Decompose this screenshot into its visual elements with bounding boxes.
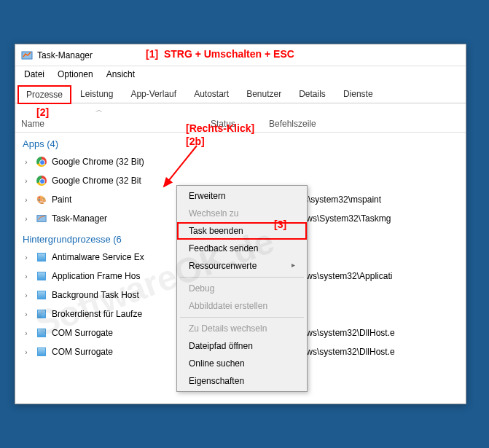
taskmanager-icon <box>36 213 47 224</box>
ctx-dateipfad[interactable]: Dateipfad öffnen <box>177 337 307 355</box>
separator <box>180 317 304 318</box>
tab-prozesse[interactable]: Prozesse <box>18 86 71 103</box>
column-befehlszeile[interactable]: Befehlszeile <box>269 119 460 129</box>
ctx-feedback-senden[interactable]: Feedback senden <box>177 240 307 257</box>
tab-autostart[interactable]: Autostart <box>186 85 237 103</box>
service-icon <box>36 251 47 263</box>
ctx-ressourcenwerte[interactable]: Ressourcenwerte▸ <box>177 257 307 275</box>
chevron-right-icon[interactable]: › <box>21 291 31 299</box>
ctx-online-suchen[interactable]: Online suchen <box>177 355 307 372</box>
chrome-icon <box>36 175 47 186</box>
chevron-right-icon[interactable]: › <box>21 158 31 166</box>
chevron-right-icon[interactable]: › <box>21 310 31 318</box>
ctx-debug: Debug <box>177 280 307 297</box>
ctx-erweitern[interactable]: Erweitern <box>177 187 307 205</box>
group-apps: Apps (4) <box>15 133 466 152</box>
menubar: Datei Optionen Ansicht <box>15 66 466 82</box>
sort-chevron-up-icon: ︿ <box>95 105 103 115</box>
context-menu: Erweitern Wechseln zu Task beenden Feedb… <box>176 185 308 392</box>
service-icon <box>36 270 47 282</box>
ctx-wechseln-zu: Wechseln zu <box>177 205 307 222</box>
process-name: Google Chrome (32 Bit <box>52 176 212 186</box>
chevron-right-icon[interactable]: › <box>21 329 31 337</box>
separator <box>180 277 304 278</box>
tab-dienste[interactable]: Dienste <box>335 85 381 103</box>
menu-datei[interactable]: Datei <box>18 68 50 81</box>
table-row[interactable]: › Google Chrome (32 Bit) <box>15 152 466 171</box>
chevron-right-icon[interactable]: › <box>21 196 31 204</box>
ctx-zu-details: Zu Details wechseln <box>177 320 307 337</box>
paint-icon: 🎨 <box>36 194 47 205</box>
process-name: Google Chrome (32 Bit) <box>52 157 212 167</box>
tabs: Prozesse Leistung App-Verlauf Autostart … <box>15 82 466 103</box>
column-status[interactable]: Status <box>211 119 269 129</box>
chevron-right-icon[interactable]: › <box>21 272 31 280</box>
column-name[interactable]: Name <box>21 119 211 129</box>
titlebar: Task-Manager <box>15 44 466 66</box>
app-icon <box>21 50 33 61</box>
chevron-right-icon[interactable]: › <box>21 254 31 262</box>
column-headers: ︿ Name Status Befehlszeile <box>15 103 466 133</box>
window-title: Task-Manager <box>37 50 93 60</box>
service-icon <box>36 327 47 339</box>
tab-benutzer[interactable]: Benutzer <box>238 85 289 103</box>
ctx-task-beenden[interactable]: Task beenden <box>177 222 307 240</box>
chevron-right-icon[interactable]: › <box>21 348 31 356</box>
ctx-abbilddatei: Abbilddatei erstellen <box>177 297 307 315</box>
service-icon <box>36 308 47 320</box>
service-icon <box>36 346 47 358</box>
ctx-eigenschaften[interactable]: Eigenschaften <box>177 372 307 390</box>
tab-leistung[interactable]: Leistung <box>72 85 121 103</box>
menu-optionen[interactable]: Optionen <box>52 68 99 81</box>
chrome-icon <box>36 156 47 168</box>
menu-ansicht[interactable]: Ansicht <box>101 68 141 81</box>
service-icon <box>36 289 47 301</box>
chevron-right-icon: ▸ <box>292 261 295 269</box>
chevron-right-icon[interactable]: › <box>21 215 31 223</box>
chevron-right-icon[interactable]: › <box>21 177 31 185</box>
tab-details[interactable]: Details <box>291 85 334 103</box>
tab-app-verlauf[interactable]: App-Verlauf <box>122 85 184 103</box>
